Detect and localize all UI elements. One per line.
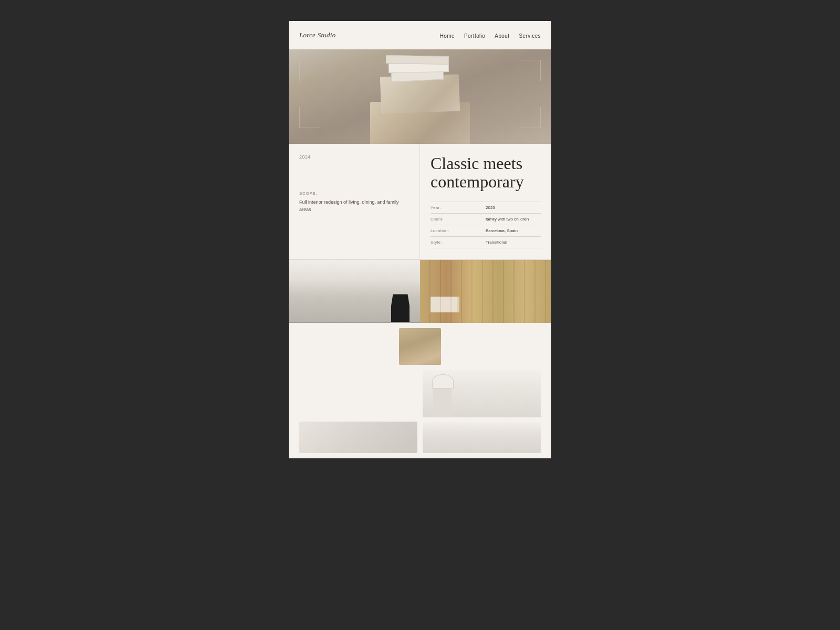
detail-row-year: Year: 2023 xyxy=(430,202,541,214)
bedroom-lamp-photo[interactable] xyxy=(423,370,541,417)
nav-item-home[interactable]: Home xyxy=(440,30,455,40)
location-field-value: Barcelona, Spain xyxy=(486,228,541,233)
gallery-spacer xyxy=(299,370,417,417)
navigation: Lorce Studio Home Portfolio About Servic… xyxy=(289,21,551,49)
corner-decoration-bl xyxy=(299,107,320,128)
client-field-label: Client: xyxy=(430,217,486,222)
logo[interactable]: Lorce Studio xyxy=(299,31,335,39)
client-field-value: family with two children xyxy=(486,217,541,222)
location-field-label: Location: xyxy=(430,228,486,233)
gallery-image-wood-shelf[interactable] xyxy=(420,260,551,323)
project-details-table: Year: 2023 Client: family with two child… xyxy=(430,202,541,248)
detail-row-location: Location: Barcelona, Spain xyxy=(430,225,541,237)
nav-link-services[interactable]: Services xyxy=(519,33,541,39)
gallery-image-chair-room[interactable] xyxy=(289,260,420,323)
corner-decoration-br xyxy=(520,107,541,128)
hero-image xyxy=(289,49,551,144)
scope-text: Full interior redesign of living, dining… xyxy=(299,199,409,213)
travertine-prop xyxy=(354,76,486,144)
hallway-photo[interactable] xyxy=(399,328,441,365)
project-title: Classic meets contemporary xyxy=(430,154,541,191)
corner-decoration-tl xyxy=(299,60,320,81)
gallery-row-3 xyxy=(289,370,551,422)
nav-link-about[interactable]: About xyxy=(495,33,509,39)
gallery-section xyxy=(289,259,551,458)
year-field-label: Year: xyxy=(430,205,486,210)
gallery-row-2 xyxy=(289,323,551,370)
gallery-row-4 xyxy=(289,422,551,458)
left-panel: 2024 SCOPE: Full interior redesign of li… xyxy=(289,144,420,259)
wood-shelf-photo xyxy=(420,260,551,323)
nav-item-services[interactable]: Services xyxy=(519,30,541,40)
style-field-label: Style: xyxy=(430,240,486,245)
corner-decoration-tr xyxy=(520,60,541,81)
year-label: 2024 xyxy=(299,154,409,160)
chair-room-photo xyxy=(289,260,420,323)
scope-label: SCOPE: xyxy=(299,191,409,196)
nav-link-home[interactable]: Home xyxy=(440,33,455,39)
book-3 xyxy=(386,55,449,65)
nav-links: Home Portfolio About Services xyxy=(440,30,541,40)
decor-photo[interactable] xyxy=(299,422,417,453)
nav-item-about[interactable]: About xyxy=(495,30,509,40)
nav-link-portfolio[interactable]: Portfolio xyxy=(464,33,485,39)
style-field-value: Transitional xyxy=(486,240,541,245)
bed-photo[interactable] xyxy=(423,422,541,453)
right-panel: Classic meets contemporary Year: 2023 Cl… xyxy=(420,144,551,259)
content-section: 2024 SCOPE: Full interior redesign of li… xyxy=(289,144,551,259)
gallery-row-1 xyxy=(289,259,551,323)
detail-row-client: Client: family with two children xyxy=(430,214,541,225)
website-container: Lorce Studio Home Portfolio About Servic… xyxy=(289,21,551,458)
year-field-value: 2023 xyxy=(486,205,541,210)
detail-row-style: Style: Transitional xyxy=(430,237,541,248)
nav-item-portfolio[interactable]: Portfolio xyxy=(464,30,485,40)
